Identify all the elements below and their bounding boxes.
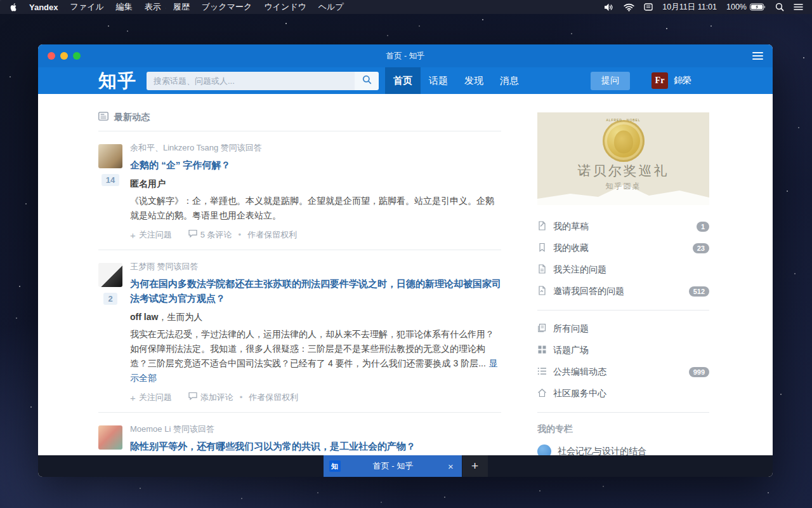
plus-icon: + (130, 394, 136, 402)
menu-history[interactable]: 履歴 (173, 1, 190, 13)
sidebar-item-drafts[interactable]: 我的草稿 1 (537, 216, 709, 237)
answer-author-avatar[interactable] (98, 425, 122, 450)
feed-section-title: 最新动态 (114, 112, 150, 123)
menubar-app-name[interactable]: Yandex (29, 3, 58, 12)
invite-icon (537, 286, 547, 297)
comments-action[interactable]: 5 条评论 (188, 229, 232, 241)
question-link[interactable]: 企鹅的 “企” 字作何解？ (130, 157, 501, 172)
spotlight-icon[interactable] (775, 3, 784, 11)
banner-title: 诺贝尔奖巡礼 (537, 162, 709, 180)
browser-tab-bar: 知 首页 - 知乎 × + (38, 455, 773, 477)
vote-count[interactable]: 14 (102, 174, 119, 186)
browser-window: 首页 - 知乎 知乎 首页 话题 发现 消息 提问 Fr 錦榮 (38, 44, 773, 477)
nav-explore[interactable]: 发现 (456, 67, 492, 94)
sidebar-item-all-questions[interactable]: 所有问题 (537, 318, 709, 340)
menu-help[interactable]: ヘルプ (318, 1, 344, 13)
dot-separator: • (240, 392, 243, 403)
sidebar-divider (537, 412, 709, 413)
answer-author-name[interactable]: off law (130, 312, 158, 322)
vote-count[interactable]: 2 (103, 293, 117, 305)
house-icon (537, 388, 547, 399)
feed-item-meta[interactable]: Moemoe Li 赞同该回答 (130, 424, 501, 435)
add-comment-action[interactable]: 添加评论 (188, 392, 233, 403)
ask-question-button[interactable]: 提问 (591, 72, 630, 90)
sidebar-item-collections[interactable]: 我的收藏 23 (537, 237, 709, 259)
active-tab[interactable]: 知 首页 - 知乎 × (324, 455, 462, 477)
sidebar-item-public-edits[interactable]: 公共编辑动态 999 (537, 361, 709, 383)
feed-item: 2 王梦雨 赞同该回答 为何在国内多数法学院都还在主张苏联的刑法四要件学说之时，… (98, 250, 501, 413)
new-tab-button[interactable]: + (462, 455, 488, 477)
nav-home[interactable]: 首页 (385, 67, 421, 94)
status-app-icon[interactable] (644, 3, 653, 11)
answer-author-line: off law，生而为人 (130, 311, 501, 323)
sidebar-divider (537, 310, 709, 311)
feed-section-header: 最新动态 (98, 112, 501, 131)
nav-topics[interactable]: 话题 (421, 67, 456, 94)
search-icon (362, 75, 372, 86)
menu-view[interactable]: 表示 (145, 1, 161, 13)
menu-window[interactable]: ウインドウ (264, 1, 306, 13)
zoom-window-button[interactable] (73, 52, 81, 60)
menu-edit[interactable]: 編集 (116, 1, 133, 13)
user-avatar[interactable]: Fr (652, 72, 668, 89)
menu-bookmarks[interactable]: ブックマーク (202, 1, 252, 13)
sidebar-community-list: 所有问题 话题广场 公共编辑动态 999 社区服务中心 (537, 318, 709, 404)
sidebar-item-invited-questions[interactable]: 邀请我回答的问题 512 (537, 281, 709, 302)
column-item[interactable]: 社会记忆与设计的结合 (537, 444, 709, 455)
nav-messages[interactable]: 消息 (492, 67, 527, 94)
feed-item: 17 Moemoe Li 赞同该回答 除性别平等外，还有哪些我们习以为常的共识，… (98, 413, 501, 455)
volume-icon[interactable] (604, 3, 614, 11)
username[interactable]: 錦榮 (674, 75, 691, 86)
question-link[interactable]: 为何在国内多数法学院都还在主张苏联的刑法四要件学说之时，日德的新理论却被国家司法… (130, 276, 501, 305)
answer-author-name[interactable]: 匿名用户 (130, 178, 166, 189)
tab-favicon: 知 (329, 460, 341, 472)
rights-action[interactable]: 作者保留权利 (247, 229, 297, 241)
answer-author-line: 匿名用户 (130, 177, 501, 190)
my-columns-title: 我的专栏 (537, 424, 709, 435)
answer-author-avatar[interactable] (98, 263, 122, 287)
menu-file[interactable]: ファイル (70, 1, 104, 13)
all-questions-icon (537, 323, 547, 335)
feed-item-meta[interactable]: 王梦雨 赞同该回答 (130, 261, 501, 272)
medal-icon (603, 120, 645, 162)
nobel-banner[interactable]: ALFRED · NOBEL 诺贝尔奖巡礼 知乎圆桌 (537, 112, 709, 205)
battery-indicator[interactable]: 100% (726, 3, 766, 11)
bookmark-icon (537, 243, 547, 254)
dot-separator: • (239, 229, 242, 241)
browser-menu-icon[interactable] (752, 52, 763, 60)
sidebar-item-followed-questions[interactable]: 我关注的问题 (537, 259, 709, 281)
column-avatar (537, 444, 551, 455)
answer-author-avatar[interactable] (98, 144, 122, 168)
tab-title: 首页 - 知乎 (341, 460, 446, 472)
sidebar-item-topic-square[interactable]: 话题广场 (537, 340, 709, 361)
sidebar: ALFRED · NOBEL 诺贝尔奖巡礼 知乎圆桌 我的草稿 1 我的收藏 2… (537, 94, 709, 455)
list-icon (537, 367, 547, 377)
count-badge: 23 (693, 243, 709, 253)
minimize-window-button[interactable] (60, 52, 68, 60)
search-button[interactable] (355, 72, 379, 90)
wifi-icon[interactable] (624, 3, 634, 11)
apple-logo-icon[interactable] (9, 3, 17, 12)
grid-icon (537, 345, 547, 356)
menubar-clock[interactable]: 10月11日 11:01 (662, 2, 717, 13)
answer-author-bio: ，生而为人 (158, 312, 202, 322)
rights-action[interactable]: 作者保留权利 (249, 392, 298, 403)
search-input[interactable] (147, 72, 355, 90)
question-link[interactable]: 除性别平等外，还有哪些我们习以为常的共识，是工业社会的产物？ (130, 439, 501, 453)
follow-question-action[interactable]: +关注问题 (130, 229, 172, 241)
page-content: 最新动态 14 余和平、Linkzero Tsang 赞同该回答 企鹅的 “企”… (38, 94, 773, 455)
notification-center-icon[interactable] (794, 3, 803, 11)
tab-close-icon[interactable]: × (446, 461, 456, 472)
sidebar-item-community-service[interactable]: 社区服务中心 (537, 383, 709, 404)
answer-excerpt: 我实在无法忍受，学过法律的人，运用法律的人，却从来不去理解，犯罪论体系有什么作用… (130, 327, 501, 385)
sidebar-personal-list: 我的草稿 1 我的收藏 23 我关注的问题 邀请我回答的问题 512 (537, 216, 709, 302)
user-menu[interactable]: Fr 錦榮 (652, 72, 691, 89)
banner-subtitle: 知乎圆桌 (537, 181, 709, 192)
medal-caption: ALFRED · NOBEL (550, 118, 696, 121)
zhihu-logo[interactable]: 知乎 (98, 67, 136, 94)
feed-item-meta[interactable]: 余和平、Linkzero Tsang 赞同该回答 (130, 142, 501, 154)
close-window-button[interactable] (48, 52, 55, 60)
follow-question-action[interactable]: +关注问题 (130, 392, 172, 403)
column-item-label: 社会记忆与设计的结合 (558, 446, 646, 455)
search-bar (147, 72, 379, 90)
